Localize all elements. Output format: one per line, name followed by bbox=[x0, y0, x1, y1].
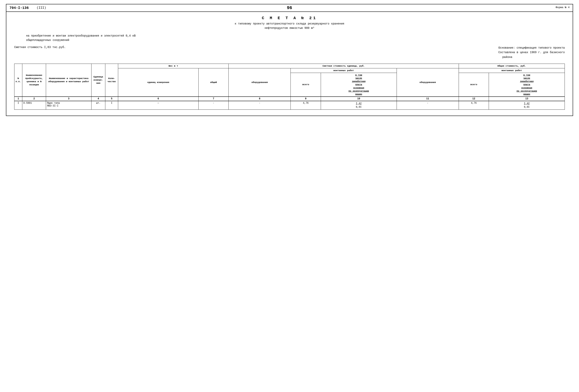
cell-naim1: 8-5901 bbox=[22, 101, 46, 110]
th-naim2: Наименование и характеристика оборудован… bbox=[46, 64, 91, 96]
cell-kol: I bbox=[105, 101, 118, 110]
col-num-13: 13 bbox=[489, 97, 565, 101]
th-ves-ed: еди­ниц изме­рения bbox=[118, 68, 199, 97]
form-label: Форма № 4 bbox=[556, 6, 570, 9]
th-sm-mont-vsego: все­го bbox=[291, 73, 321, 97]
page-number: 96 bbox=[287, 5, 292, 10]
th-ob-mont-group: монтажных работ bbox=[459, 68, 565, 73]
col-num-3: 3 bbox=[46, 97, 91, 101]
subtitle-block: на приобретение и монтаж электрооборудов… bbox=[14, 34, 565, 43]
title-main: С М Е Т А № 21 bbox=[14, 16, 565, 20]
table-row: I 8-5901 Ящик типаЯВЗ-3I-I шт. I — - - 4… bbox=[14, 101, 565, 110]
cost-osnov-row: Сметная стоимость I,83 тнс.руб. Основани… bbox=[14, 46, 565, 60]
col-num-7: 7 bbox=[198, 97, 228, 101]
col-num-4: 4 bbox=[91, 97, 105, 101]
cell-ed: шт. bbox=[91, 101, 105, 110]
col-num-9: 9 bbox=[291, 97, 321, 101]
th-num: №п.п. bbox=[14, 64, 22, 96]
col-num-5: 5 bbox=[105, 97, 118, 101]
osnov-right: Основание: спецификация типового проекта… bbox=[498, 46, 565, 60]
cell-naim2: Ящик типаЯВЗ-3I-I bbox=[46, 101, 91, 110]
cell-ves-ob: - bbox=[198, 101, 228, 110]
col-num-10: 10 bbox=[321, 97, 397, 101]
th-naim1: Наименование прейскуранта, ценника и № п… bbox=[22, 64, 46, 96]
th-sm-mont-group: монтажных работ bbox=[291, 68, 397, 73]
cell-num: I bbox=[14, 101, 22, 110]
col-num-11: 11 bbox=[397, 97, 459, 101]
th-ob-mont-zarp: в томчислезара­бот­наяплатаоснов­наяпо э… bbox=[489, 73, 565, 97]
col-num-1: 1 bbox=[14, 97, 22, 101]
th-kol: Коли­чест­во bbox=[105, 64, 118, 96]
cell-ob-mont-vsego: 4,76 bbox=[459, 101, 489, 110]
title-section: С М Е Т А № 21 к типовому проекту автотр… bbox=[14, 16, 565, 30]
cell-ob-obor: - bbox=[397, 101, 459, 110]
page-header: 704-I-136 (III) 96 Форма № 4 bbox=[6, 4, 573, 11]
col-num-8: 8 bbox=[229, 97, 291, 101]
cell-sm-obor: - bbox=[229, 101, 291, 110]
header-row-1: №п.п. Наименование прейскуранта, ценника… bbox=[14, 64, 565, 68]
smeta-table: №п.п. Наименование прейскуранта, ценника… bbox=[14, 64, 565, 110]
doc-type: (III) bbox=[37, 6, 46, 10]
col-num-6: 6 bbox=[118, 97, 199, 101]
cell-sm-mont-vsego: 4,76 bbox=[291, 101, 321, 110]
th-ob-mont-vsego: все­го bbox=[459, 73, 489, 97]
cell-sm-mont-zarp: I,420,0I bbox=[321, 101, 397, 110]
th-obshch-group: Общая стоимость, руб. bbox=[459, 64, 565, 68]
main-content: С М Е Т А № 21 к типовому проекту автотр… bbox=[6, 11, 573, 116]
th-ves-ob: об­щий bbox=[198, 68, 228, 97]
th-ed: Едини­ца измере­ния bbox=[91, 64, 105, 96]
cost-label: Сметная стоимость I,83 тнс.руб. bbox=[14, 46, 66, 60]
cell-ob-mont-zarp: I,420,0I bbox=[489, 101, 565, 110]
th-sm-obor: обо­рудо­вания bbox=[229, 68, 291, 97]
doc-number: 704-I-136 bbox=[9, 6, 29, 10]
col-num-12: 12 bbox=[459, 97, 489, 101]
header-left: 704-I-136 (III) bbox=[9, 6, 46, 10]
th-ob-obor: обо­рудо­вания bbox=[397, 68, 459, 97]
title-sub1: к типовому проекту автотранспортного скл… bbox=[14, 21, 565, 30]
th-smeta-group: Сметная стоимость единицы, руб. bbox=[229, 64, 459, 68]
th-ves-group: Вес в т bbox=[118, 64, 229, 68]
cell-ves-ed: — bbox=[118, 101, 199, 110]
header-num-row: 1 2 3 4 5 6 7 8 9 10 11 12 13 bbox=[14, 97, 565, 101]
col-num-2: 2 bbox=[22, 97, 46, 101]
th-sm-mont-zarp: в томчислезара­ботнаяплатаоснов­наяпо эк… bbox=[321, 73, 397, 97]
